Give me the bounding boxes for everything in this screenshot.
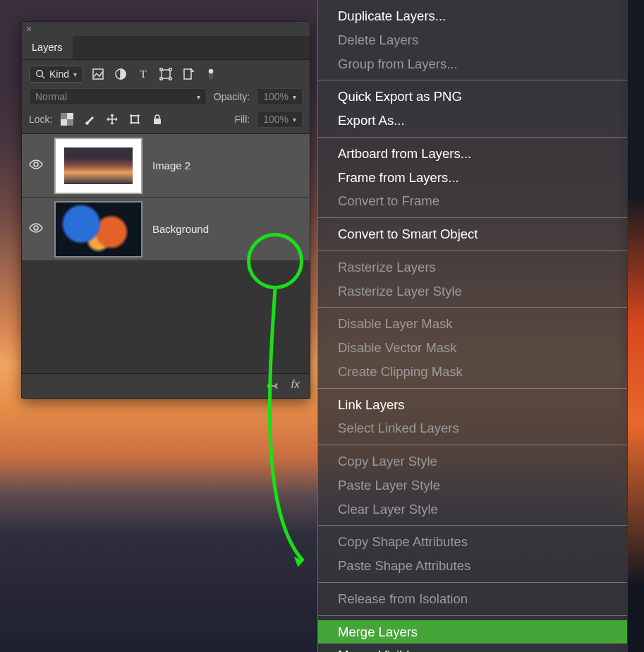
layer-name[interactable]: Background [152,223,209,235]
svg-line-1 [42,76,45,79]
svg-rect-6 [160,68,162,71]
layer-filter-row: Kind ▾ T [22,60,310,88]
menu-item: Delete Layers [318,28,627,52]
menu-item: Paste Shape Attributes [318,554,627,578]
opacity-value: 100% [263,91,288,102]
filter-type-icon[interactable]: T [135,66,151,82]
menu-item[interactable]: Quick Export as PNG [318,85,627,109]
menu-item: Release from Isolation [318,587,627,611]
chevron-down-icon: ▾ [197,93,200,101]
svg-rect-14 [61,113,67,119]
filter-shape-icon[interactable] [158,66,174,82]
menu-item: Disable Layer Mask [318,312,627,336]
menu-item: Create Clipping Mask [318,360,627,384]
layer-thumbnail[interactable] [54,138,142,194]
menu-item[interactable]: Convert to Smart Object [318,222,627,246]
svg-point-12 [209,69,214,74]
lock-label: Lock: [29,114,52,125]
svg-point-23 [34,226,38,230]
layer-name[interactable]: Image 2 [152,159,190,171]
svg-rect-10 [184,69,191,79]
lock-artboard-icon[interactable] [127,111,142,127]
blend-mode-dropdown[interactable]: Normal ▾ [29,88,207,105]
svg-rect-21 [154,119,161,124]
svg-rect-9 [169,78,171,80]
menu-item[interactable]: Link Layers [318,393,627,417]
layer-context-menu: Duplicate Layers...Delete LayersGroup fr… [317,0,628,652]
layer-thumbnail[interactable] [54,201,142,258]
menu-item[interactable]: Frame from Layers... [318,166,627,190]
lock-trans-icon[interactable] [59,111,75,127]
lock-row: Lock: Fill: 100% ▾ [22,111,310,133]
menu-item: Copy Shape Attributes [318,530,627,554]
menu-item: Clear Layer Style [318,497,627,521]
link-icon[interactable] [266,378,281,394]
svg-rect-8 [160,78,162,80]
chevron-down-icon: ▾ [73,71,77,78]
menu-item: Copy Layer Style [318,449,627,473]
filter-label: Kind [49,68,69,80]
filter-kind-dropdown[interactable]: Kind ▾ [29,66,83,83]
annotation-circle [247,233,303,289]
menu-item[interactable]: Duplicate Layers... [318,4,627,28]
menu-item: Select Linked Layers [318,416,627,440]
fx-icon[interactable]: fx [291,378,300,394]
opacity-label: Opacity: [214,91,250,102]
svg-text:T: T [140,68,146,80]
chevron-down-icon: ▾ [293,93,296,101]
menu-item: Rasterize Layers [318,255,627,279]
filter-adjust-icon[interactable] [113,66,128,82]
layers-panel: × Layers Kind ▾ T Normal ▾ Opacity: 100%… [21,21,310,399]
lock-all-icon[interactable] [150,111,165,127]
panel-tabs: Layers [22,36,310,60]
fill-label: Fill: [234,114,250,125]
blend-row: Normal ▾ Opacity: 100% ▾ [22,88,310,111]
menu-item[interactable]: Merge Layers [318,620,627,644]
menu-item[interactable]: Artboard from Layers... [318,142,627,166]
panel-titlebar: × [22,22,310,36]
close-icon[interactable]: × [26,23,32,35]
menu-item: Disable Vector Mask [318,336,627,360]
visibility-icon[interactable] [29,157,44,174]
lock-move-icon[interactable] [104,111,120,127]
menu-item[interactable]: Merge Visible [318,644,627,652]
svg-rect-7 [169,68,171,71]
menu-item[interactable]: Export As... [318,109,627,133]
menu-item: Paste Layer Style [318,473,627,497]
search-icon [35,69,45,79]
fill-value: 100% [263,114,288,125]
chevron-down-icon: ▾ [293,116,296,123]
svg-point-0 [37,71,43,77]
filter-toggle[interactable] [203,66,219,82]
svg-point-22 [34,162,38,167]
svg-rect-15 [67,119,73,126]
blend-mode: Normal [35,91,67,102]
tab-layers[interactable]: Layers [22,36,73,59]
svg-rect-16 [131,116,138,123]
menu-item: Group from Layers... [318,52,627,76]
menu-item: Convert to Frame [318,189,627,213]
lock-brush-icon[interactable] [82,111,97,127]
panel-footer: fx [22,374,310,398]
filter-pixel-icon[interactable] [90,66,106,82]
menu-item: Rasterize Layer Style [318,279,627,303]
filter-smart-icon[interactable] [181,66,196,82]
fill-dropdown[interactable]: 100% ▾ [257,111,303,128]
layer-row[interactable]: Image 2 [22,134,310,198]
opacity-dropdown[interactable]: 100% ▾ [257,88,303,105]
svg-rect-5 [162,70,170,78]
visibility-icon[interactable] [29,221,44,238]
